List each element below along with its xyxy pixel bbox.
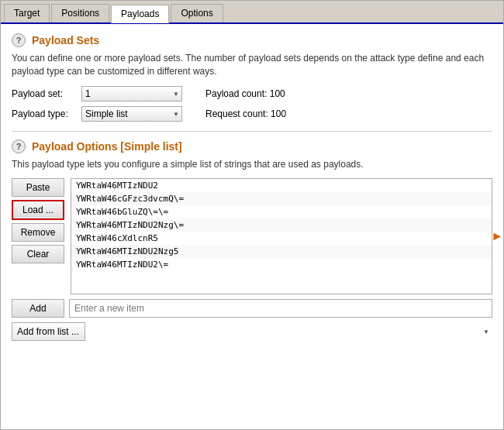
- clear-button[interactable]: Clear: [12, 245, 64, 263]
- tab-target[interactable]: Target: [4, 4, 50, 22]
- tab-payloads[interactable]: Payloads: [111, 5, 169, 23]
- payload-set-select-wrapper: 1 2 3: [81, 86, 182, 101]
- payload-type-select[interactable]: Simple list Runtime file Custom iterator: [81, 106, 182, 122]
- payload-sets-title: Payload Sets: [32, 34, 99, 46]
- add-button[interactable]: Add: [12, 299, 64, 318]
- tab-positions[interactable]: Positions: [51, 4, 109, 22]
- add-from-list-select[interactable]: Add from list ...: [12, 322, 85, 341]
- help-icon-payload-sets[interactable]: ?: [12, 33, 26, 47]
- tab-bar: Target Positions Payloads Options: [1, 1, 503, 24]
- list-item: YWRtaW46MTIzNDU2Nzg\=: [71, 218, 492, 232]
- payload-sets-section: ? Payload Sets You can define one or mor…: [12, 33, 492, 122]
- payload-set-label: Payload set:: [12, 88, 81, 99]
- request-count-info: Request count: 100: [205, 108, 286, 119]
- load-button[interactable]: Load ...: [12, 200, 64, 220]
- payload-set-select[interactable]: 1 2 3: [81, 86, 182, 101]
- payload-type-row: Payload type: Simple list Runtime file C…: [12, 106, 492, 122]
- payload-count-info: Payload count: 100: [205, 88, 285, 99]
- payload-sets-description: You can define one or more payload sets.…: [12, 52, 492, 78]
- main-window: Target Positions Payloads Options ? Payl…: [0, 0, 504, 430]
- section-header-payload-options: ? Payload Options [Simple list]: [12, 139, 492, 153]
- payload-set-row: Payload set: 1 2 3 Payload count: 100: [12, 86, 492, 101]
- arrow-icon: ►: [491, 229, 503, 243]
- add-from-list-wrapper: Add from list ...: [12, 322, 492, 341]
- add-row: Add: [12, 299, 492, 318]
- list-item: YWRtaW46cXdlcnR5: [71, 232, 492, 245]
- add-from-list-row: Add from list ...: [12, 322, 492, 341]
- help-icon-payload-options[interactable]: ?: [12, 139, 26, 153]
- list-item: YWRtaW46MTIzNDU2: [71, 179, 492, 192]
- request-count-value: 100: [271, 108, 286, 119]
- list-item: YWRtaW46bGluZQ\=\=: [71, 205, 492, 218]
- tab-options[interactable]: Options: [171, 4, 223, 22]
- payload-options-section: ? Payload Options [Simple list] This pay…: [12, 139, 492, 342]
- payload-count-value: 100: [270, 88, 285, 99]
- payload-count-label: Payload count:: [205, 88, 267, 99]
- content-area: ? Payload Sets You can define one or mor…: [1, 24, 503, 429]
- section-header-payload-sets: ? Payload Sets: [12, 33, 492, 47]
- payload-type-select-wrapper: Simple list Runtime file Custom iterator: [81, 106, 182, 122]
- list-item: YWRtaW46MTIzNDU2\=: [71, 258, 492, 271]
- list-item: YWRtaW46MTIzNDU2Nzg5: [71, 245, 492, 258]
- payload-options-title: Payload Options [Simple list]: [32, 140, 182, 153]
- payload-type-label: Payload type:: [12, 108, 81, 119]
- paste-button[interactable]: Paste: [12, 178, 64, 197]
- section-divider: [12, 131, 492, 132]
- request-count-label: Request count:: [205, 108, 268, 119]
- list-container: YWRtaW46MTIzNDU2 YWRtaW46cGFzc3dvcmQ\= Y…: [71, 178, 492, 294]
- add-input[interactable]: [69, 299, 492, 318]
- payload-list[interactable]: YWRtaW46MTIzNDU2 YWRtaW46cGFzc3dvcmQ\= Y…: [71, 178, 492, 294]
- payload-options-description: This payload type lets you configure a s…: [12, 158, 492, 171]
- list-area: Paste Load ... Remove Clear YWRtaW46MTIz…: [12, 178, 492, 294]
- list-item: YWRtaW46cGFzc3dvcmQ\=: [71, 192, 492, 205]
- list-button-group: Paste Load ... Remove Clear: [12, 178, 64, 294]
- remove-button[interactable]: Remove: [12, 223, 64, 242]
